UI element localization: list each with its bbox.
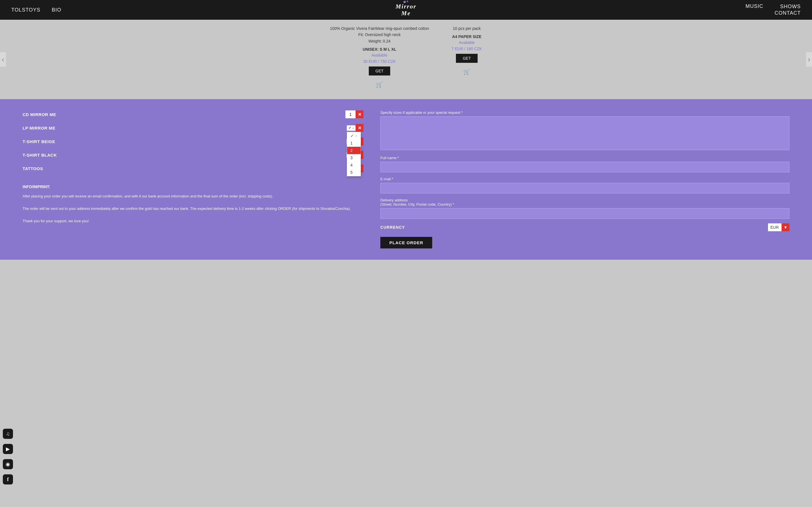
place-order-button[interactable]: PLACE ORDER <box>380 237 432 248</box>
dropdown-option-1[interactable]: 1 <box>347 139 361 147</box>
info-title: INFO/IMPRINT: <box>22 184 363 190</box>
currency-row: CURRENCY EUR ▼ <box>380 223 790 231</box>
svg-point-3 <box>407 1 408 2</box>
fullname-label: Full name * <box>380 156 790 160</box>
nav-bio[interactable]: BIO <box>52 7 61 13</box>
product-size-1: UNISEX: S M L XL <box>330 47 429 52</box>
nav-logo: Mirror Me <box>389 1 423 19</box>
dropdown-option-2[interactable]: 2 <box>347 147 361 154</box>
nav-shows-contact[interactable]: SHOWSCONTACT <box>774 3 801 17</box>
product-available-2: Available <box>452 40 482 45</box>
svg-text:Mirror: Mirror <box>395 3 416 10</box>
product-price-1: 30 EUR / 750 CZK <box>330 59 429 64</box>
dropdown-option-5[interactable]: 5 <box>347 169 361 176</box>
dropdown-option-4[interactable]: 4 <box>347 161 361 169</box>
lp-current-val: - <box>352 126 354 130</box>
product-details-1: 100% Organic Vivera FairWear ring-spun c… <box>330 25 429 44</box>
fullname-input[interactable] <box>380 162 790 172</box>
product-card-poster: 10 pcs per pack A4 PAPER SIZE Available … <box>452 25 482 88</box>
info-line-2: The order will be sent out to your addre… <box>22 206 363 212</box>
svg-point-2 <box>403 1 406 3</box>
nav-right: MUSIC SHOWSCONTACT <box>746 3 801 17</box>
order-item-tshirt-black: T-SHIRT BLACK ✓ - ✕ <box>22 151 363 159</box>
product-section: 100% Organic Vivera FairWear ring-spun c… <box>0 20 812 99</box>
info-line-1: After placing your order you will receiv… <box>22 193 363 200</box>
dropdown-option-3[interactable]: 3 <box>347 154 361 161</box>
email-input[interactable] <box>380 183 790 193</box>
order-item-cd-name: CD MIRROR ME <box>22 112 345 117</box>
scroll-right-arrow[interactable]: › <box>806 52 812 67</box>
get-button-1[interactable]: GET <box>369 66 391 75</box>
scroll-left-arrow[interactable]: ‹ <box>0 52 6 67</box>
lp-qty-control: ✓ - ✕ ✓ - 1 2 3 4 5 <box>347 124 363 132</box>
order-item-tshirt-beige: T-SHIRT BEIGE ✓ - ✕ <box>22 137 363 145</box>
product-details-2: 10 pcs per pack <box>452 25 482 32</box>
cd-qty-input[interactable] <box>345 110 356 118</box>
order-item-lp: LP MIRROR ME ✓ - ✕ ✓ - <box>22 124 363 132</box>
cart-icon-2: 🛒 <box>452 68 482 75</box>
currency-value: EUR <box>768 224 781 231</box>
tattoos-name: TATTOOS <box>22 166 348 171</box>
address-label: Delivery address (Street, Number, City, … <box>380 198 790 207</box>
nav-left: TOLSTOYS BIO <box>11 7 61 13</box>
order-form: Specify sizes if applicable or your spec… <box>380 110 790 248</box>
navbar: TOLSTOYS BIO Mirror Me MUSIC SHOWSCONTAC… <box>0 0 812 20</box>
cd-qty-plus[interactable]: ✕ <box>356 110 363 118</box>
lp-dropdown: ✓ - 1 2 3 4 5 <box>347 132 361 176</box>
lp-qty-btn[interactable]: ✕ <box>356 124 363 132</box>
lp-check-icon: ✓ <box>349 126 352 130</box>
info-line-3: Thank you for your support, we love you! <box>22 218 363 224</box>
order-item-cd: CD MIRROR ME ✕ <box>22 110 363 118</box>
currency-label: CURRENCY <box>380 225 405 230</box>
order-left: CD MIRROR ME ✕ LP MIRROR ME ✓ - ✕ <box>22 110 363 248</box>
nav-music[interactable]: MUSIC <box>746 3 763 17</box>
tshirt-black-name: T-SHIRT BLACK <box>22 153 347 158</box>
nav-logo-container: Mirror Me <box>389 1 423 19</box>
product-card-tshirt: 100% Organic Vivera FairWear ring-spun c… <box>330 25 429 88</box>
dropdown-option-dash[interactable]: ✓ - <box>347 132 361 139</box>
product-section-wrapper: ‹ 100% Organic Vivera FairWear ring-spun… <box>0 20 812 99</box>
cart-icon-1: 🛒 <box>330 81 429 88</box>
currency-dropdown-btn[interactable]: ▼ <box>781 223 790 231</box>
address-input[interactable] <box>380 208 790 219</box>
special-request-label: Specify sizes if applicable or your spec… <box>380 110 790 115</box>
product-price-2: 7 EUR / 180 CZK <box>452 47 482 51</box>
order-item-tattoos: TATTOOS - ✕ <box>22 165 363 172</box>
nav-tolstoys[interactable]: TOLSTOYS <box>11 7 40 13</box>
email-label: E-mail * <box>380 177 790 181</box>
cd-qty-control: ✕ <box>345 110 363 118</box>
order-item-lp-name: LP MIRROR ME <box>22 126 347 130</box>
tshirt-beige-name: T-SHIRT BEIGE <box>22 139 347 144</box>
svg-text:Me: Me <box>401 10 410 17</box>
special-request-textarea[interactable] <box>380 116 790 150</box>
get-button-2[interactable]: GET <box>456 54 477 63</box>
currency-selector: EUR ▼ <box>768 223 790 231</box>
order-section: CD MIRROR ME ✕ LP MIRROR ME ✓ - ✕ <box>0 99 812 260</box>
product-size-2: A4 PAPER SIZE <box>452 34 482 39</box>
check-mark: ✓ <box>350 133 354 138</box>
info-block: INFO/IMPRINT: After placing your order y… <box>22 184 363 224</box>
product-available-1: Available <box>330 53 429 57</box>
